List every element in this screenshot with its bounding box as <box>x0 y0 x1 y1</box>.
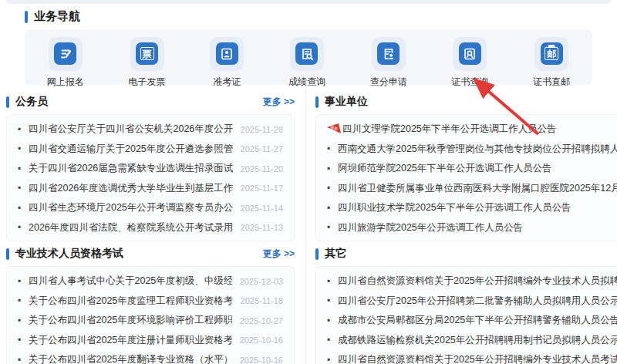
list-item[interactable]: •四川省生态环境厅2025年公开考调监察专员办公室和省生态环境保护...2025… <box>18 198 283 218</box>
bullet-icon: • <box>18 335 29 345</box>
news-title-link[interactable]: 关于公布四川省2025年度注册计量师职业资格考试成绩复查结果的通知 <box>29 334 232 347</box>
news-title-link[interactable]: 四川省2026年度选调优秀大学毕业生到基层工作职位调整公告 <box>29 182 233 195</box>
news-section: 公务员 更多 >> •四川省公安厅关于四川省公安机关2026年度公开考试录用特警… <box>6 89 295 241</box>
list-item[interactable]: •四川省公安厅关于四川省公安机关2026年度公开考试录用特警专业人...2025… <box>18 120 283 140</box>
list-item[interactable]: •四川省自然资源资料馆关于2025年公开招聘编外专业技术人员考试总...2025… <box>327 350 617 364</box>
news-title-link[interactable]: 四川省人事考试中心关于2025年度初级、中级经济专业技术资格考试... <box>29 275 232 288</box>
nav-item-label: 电子发票 <box>129 76 166 89</box>
news-date: 2025-11-13 <box>241 223 283 232</box>
list-item[interactable]: •四川省公安厅2025年公开招聘第二批警务辅助人员拟聘用人员公示2025-11-… <box>327 292 617 312</box>
list-item[interactable]: •四川省2026年度选调优秀大学毕业生到基层工作职位调整公告2025-11-17 <box>18 179 283 199</box>
bullet-icon: • <box>327 183 338 194</box>
list-item[interactable]: •成都铁路运输检察机关2025年公开招聘聘用制书记员拟聘人员公示2025-11-… <box>327 331 617 351</box>
score-review-icon <box>377 42 400 65</box>
news-title-link[interactable]: 西南交通大学2025年秋季管理岗位与其他专技岗位公开招聘拟聘人选... <box>338 143 617 156</box>
nav-item-label: 查分申请 <box>370 76 407 89</box>
news-title-link[interactable]: 四川省卫健委所属事业单位西南医科大学附属口腔医院2025年12月公... <box>338 182 617 195</box>
list-item[interactable]: 最新四川文理学院2025年下半年公开选调工作人员公告2025-12-08 <box>327 120 617 140</box>
news-title-link[interactable]: 四川省公安厅关于四川省公安机关2026年度公开考试录用特警专业人... <box>29 123 233 136</box>
bullet-icon: • <box>18 124 29 135</box>
nav-item-certificate-mail[interactable]: 邮 证书直邮 <box>533 37 570 89</box>
bullet-icon: • <box>327 143 338 154</box>
list-item[interactable]: •四川旅游学院2025年公开选调工作人员公告2025-12-05 <box>327 218 617 238</box>
id-card-icon <box>216 42 238 65</box>
nav-item-online-registration[interactable]: 网上报名 <box>47 37 84 89</box>
news-title-link[interactable]: 四川省公安厅2025年公开招聘第二批警务辅助人员拟聘用人员公示 <box>338 295 617 308</box>
nav-item-certificate-query[interactable]: 证书查询 <box>451 37 488 89</box>
news-title-link[interactable]: 成都铁路运输检察机关2025年公开招聘聘用制书记员拟聘人员公示 <box>338 334 617 347</box>
news-date: 2025-11-27 <box>241 144 283 153</box>
list-item[interactable]: •成都市公安局郫都区分局2025年下半年公开招聘警务辅助人员公告2025-11-… <box>327 311 617 331</box>
nav-item-admission-ticket[interactable]: 准考证 <box>210 37 244 89</box>
bullet-icon: • <box>18 276 29 287</box>
list-item[interactable]: •四川职业技术学院2025年下半年公开选调工作人员公告2025-12-05 <box>327 198 617 218</box>
news-title-link[interactable]: 关于公布四川省2025年度翻译专业资格（水平）考试成绩复查结果的... <box>29 353 232 364</box>
news-title-link[interactable]: 关于公布四川省2025年度监理工程师职业资格考试成绩复查结果的通知 <box>29 295 233 308</box>
news-title-link[interactable]: 四川省生态环境厅2025年公开考调监察专员办公室和省生态环境保护... <box>29 201 233 214</box>
bullet-icon: • <box>18 183 29 194</box>
news-list: 最新四川文理学院2025年下半年公开选调工作人员公告2025-12-08•西南交… <box>315 114 617 241</box>
news-title-link[interactable]: 四川职业技术学院2025年下半年公开选调工作人员公告 <box>338 201 617 214</box>
invoice-icon: 票 <box>136 42 158 65</box>
news-section: 专业技术人员资格考试 更多 >> •四川省人事考试中心关于2025年度初级、中级… <box>6 241 295 364</box>
news-section: 事业单位 更多 >> 最新四川文理学院2025年下半年公开选调工作人员公告202… <box>305 89 617 241</box>
list-item[interactable]: •四川省人事考试中心关于2025年度初级、中级经济专业技术资格考试...2025… <box>18 271 283 292</box>
nav-item-label: 证书查询 <box>451 76 488 89</box>
news-section: 其它 更多 >> •四川省自然资源资料馆关于2025年公开招聘编外专业技术人员拟… <box>305 241 617 364</box>
list-item[interactable]: •关于四川省2026届急需紧缺专业选调生招录面试合格分数线的公告2025-11-… <box>18 159 283 179</box>
news-title-link[interactable]: 四川文理学院2025年下半年公开选调工作人员公告 <box>342 123 617 136</box>
header-accent-bar <box>6 96 9 108</box>
nav-item-score-query[interactable]: 成绩查询 <box>288 37 325 89</box>
list-item[interactable]: •关于公布四川省2025年度环境影响评价工程师职业资格考试成绩复查...2025… <box>18 311 283 331</box>
bullet-icon: • <box>18 143 29 154</box>
more-link[interactable]: 更多 >> <box>263 96 295 109</box>
list-item[interactable]: •2026年度四川省法院、检察院系统公开考试录用公务员职位调整公告2025-11… <box>18 218 283 238</box>
more-link[interactable]: 更多 >> <box>263 248 295 261</box>
news-title-link[interactable]: 2026年度四川省法院、检察院系统公开考试录用公务员职位调整公告 <box>29 221 233 234</box>
list-item[interactable]: •阿坝师范学院2025年下半年公开选调工作人员公告2025-12-05 <box>327 159 617 179</box>
news-date: 2025-12-03 <box>240 277 283 286</box>
nav-item-score-review-application[interactable]: 查分申请 <box>370 37 407 89</box>
header-accent-bar <box>315 96 319 108</box>
news-title-link[interactable]: 关于公布四川省2025年度环境影响评价工程师职业资格考试成绩复查... <box>29 314 232 327</box>
news-title-link[interactable]: 阿坝师范学院2025年下半年公开选调工作人员公告 <box>338 162 617 175</box>
news-title-link[interactable]: 四川省自然资源资料馆关于2025年公开招聘编外专业技术人员拟聘用... <box>338 275 617 288</box>
news-list: •四川省自然资源资料馆关于2025年公开招聘编外专业技术人员拟聘用...2025… <box>315 266 617 364</box>
news-grid: 公务员 更多 >> •四川省公安厅关于四川省公安机关2026年度公开考试录用特警… <box>0 85 617 364</box>
list-item[interactable]: •关于公布四川省2025年度监理工程师职业资格考试成绩复查结果的通知2025-1… <box>18 292 283 312</box>
news-date: 2025-10-16 <box>240 335 283 345</box>
certificate-search-icon <box>459 42 481 65</box>
bullet-icon: • <box>327 203 338 214</box>
nav-item-label: 证书直邮 <box>533 76 570 89</box>
nav-item-label: 网上报名 <box>47 76 84 89</box>
news-date: 2025-11-14 <box>241 204 283 213</box>
section-title: 其它 <box>325 247 346 261</box>
news-title-link[interactable]: 成都市公安局郫都区分局2025年下半年公开招聘警务辅助人员公告 <box>338 314 617 327</box>
news-list: •四川省公安厅关于四川省公安机关2026年度公开考试录用特警专业人...2025… <box>6 114 295 241</box>
list-item[interactable]: •关于公布四川省2025年度注册计量师职业资格考试成绩复查结果的通知2025-1… <box>18 331 283 351</box>
news-title-link[interactable]: 关于四川省2026届急需紧缺专业选调生招录面试合格分数线的公告 <box>29 162 233 175</box>
section-title: 公务员 <box>15 95 48 109</box>
list-item[interactable]: •四川省自然资源资料馆关于2025年公开招聘编外专业技术人员拟聘用...2025… <box>327 271 617 292</box>
certificate-mail-icon: 邮 <box>541 42 563 65</box>
business-nav-card: 网上报名 票 电子发票 准考证 成绩查询 <box>25 29 592 85</box>
bullet-icon: • <box>327 355 338 364</box>
news-title-link[interactable]: 四川省自然资源资料馆关于2025年公开招聘编外专业技术人员考试总... <box>338 353 617 364</box>
news-title-link[interactable]: 四川省交通运输厅关于2025年度公开遴选参照管理工作人员拟任职人... <box>29 143 233 156</box>
nav-item-label: 准考证 <box>213 76 241 89</box>
news-date: 2025-11-17 <box>241 184 283 193</box>
list-item[interactable]: •四川省卫健委所属事业单位西南医科大学附属口腔医院2025年12月公...202… <box>327 179 617 199</box>
list-item[interactable]: •四川省交通运输厅关于2025年度公开遴选参照管理工作人员拟任职人...2025… <box>18 140 283 160</box>
svg-text:最新: 最新 <box>330 125 339 132</box>
news-title-link[interactable]: 四川旅游学院2025年公开选调工作人员公告 <box>338 221 617 234</box>
bullet-icon: • <box>327 163 338 174</box>
section-title: 事业单位 <box>325 95 368 109</box>
section-title: 专业技术人员资格考试 <box>15 247 123 261</box>
header-accent-bar <box>6 248 9 260</box>
header-accent-bar <box>315 248 319 260</box>
page-title: 业务导航 <box>34 9 80 24</box>
list-item[interactable]: •关于公布四川省2025年度翻译专业资格（水平）考试成绩复查结果的...2025… <box>18 350 283 364</box>
list-item[interactable]: •西南交通大学2025年秋季管理岗位与其他专技岗位公开招聘拟聘人选...2025… <box>327 140 617 160</box>
nav-item-e-invoice[interactable]: 票 电子发票 <box>129 37 166 89</box>
bullet-icon: • <box>327 276 338 287</box>
